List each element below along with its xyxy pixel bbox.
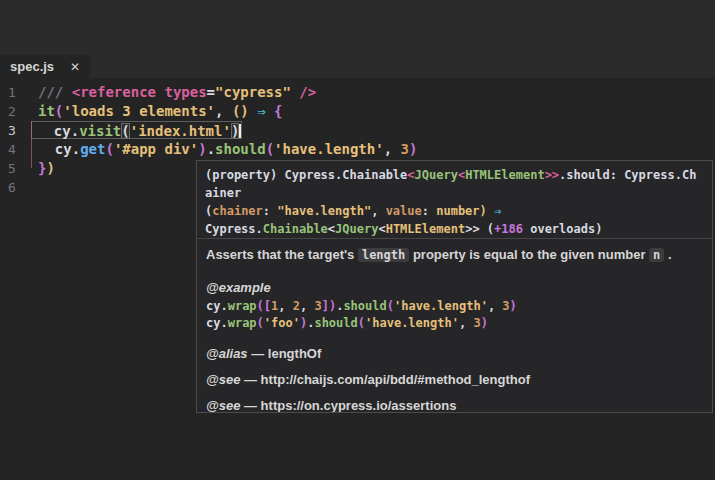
token: cy [55,141,72,157]
token [249,103,257,119]
tooltip-code-line: ainer [205,184,704,202]
token: 3 [502,299,509,313]
token: HTMLElement [386,222,465,236]
token: , [384,141,401,157]
see-dash: — [240,398,260,413]
token: visit [79,123,121,139]
token: [ [264,299,271,313]
see-dash: — [240,372,260,387]
code-line[interactable]: 3 cy.visit('index.html') [0,121,715,140]
token: cy [206,316,220,330]
hover-signature: (property) Cypress.Chainable<JQuery<HTML… [197,161,712,238]
token: length [358,248,409,262]
token: ⇒ [494,204,501,218]
token: n [649,248,664,262]
close-icon[interactable]: ✕ [70,61,80,73]
token: , [300,299,314,313]
token: . [220,316,227,330]
token: cy [54,123,71,139]
token: ainer [205,186,241,200]
see-label: @see [206,372,240,387]
code-line[interactable]: 1/// <reference types="cypress" /> [0,83,715,102]
alias-label: @alias [206,346,248,361]
chaijs-link[interactable]: http://chaijs.com/api/bdd/#method_length… [261,372,530,387]
token: Chainable [263,222,328,236]
line-number: 2 [0,102,38,121]
tab-label: spec.js [10,59,54,74]
token: ) [46,160,54,176]
token: ( [121,123,129,139]
token: () [232,103,249,119]
alias-value: lengthOf [268,346,321,361]
token: get [80,141,105,157]
token: 'index.html' [130,123,231,139]
see-label: @see [206,398,240,413]
tab-spec-js[interactable]: spec.js ✕ [0,55,90,78]
token: property is equal to the given number [409,247,649,262]
token: JQuery [415,168,458,182]
code-line[interactable]: 4 cy.get('#app div').should('have.length… [0,140,715,159]
token: { [274,103,282,119]
token: 'have.length' [365,316,459,330]
token: ] [322,299,329,313]
token: /// [38,84,72,100]
token: wrap [228,316,257,330]
token: . [72,141,80,157]
token: . [664,247,671,262]
token: '#app div' [114,141,198,157]
token: , [371,204,385,218]
example-code-block: cy.wrap([1, 2, 3]).should('have.length',… [206,298,703,332]
token: 'loads 3 elements' [63,103,215,119]
token: number [436,204,479,218]
token: , [278,299,292,313]
token: ) [198,141,206,157]
token [266,103,274,119]
alias-dash: — [248,346,268,361]
tooltip-code-line: (property) Cypress.Chainable<JQuery<HTML… [205,166,704,184]
token: >> [465,222,479,236]
token: should [566,168,609,182]
token: ) [480,204,487,218]
token: < [378,222,385,236]
token: <reference [72,84,156,100]
see-line-chaijs: @see — http://chaijs.com/api/bdd/#method… [206,372,703,387]
token: 2 [293,299,300,313]
tab-bar: spec.js ✕ [0,55,715,78]
token: = [207,84,215,100]
token: , [215,103,232,119]
token: : [422,204,436,218]
token: ) [409,141,417,157]
token: "cypress" [215,84,291,100]
vscode-window: spec.js ✕ 1/// <reference types="cypress… [0,0,715,480]
token: Cypress [284,168,335,182]
token [37,123,54,139]
token: . [220,299,227,313]
token: ( [266,141,274,157]
bracket-pair-guide [31,121,32,168]
token: should [314,316,357,330]
token: ) [481,316,488,330]
tooltip-code-line: Cypress.Chainable<JQuery<HTMLElement>> (… [205,220,704,238]
token: JQuery [335,222,378,236]
code-line[interactable]: 2it('loads 3 elements', () ⇒ { [0,102,715,121]
token: +186 [494,222,523,236]
example-tag: @example [206,280,703,295]
token: 3 [314,299,321,313]
token: . [71,123,79,139]
token: ( [257,299,264,313]
line-number: 6 [0,178,38,197]
tooltip-code-line: cy.wrap([1, 2, 3]).should('have.length',… [206,298,703,315]
cypress-assertions-link[interactable]: https://on.cypress.io/assertions [261,398,457,413]
window-titlebar [0,0,715,55]
line-number: 1 [0,83,38,102]
token: 'foo' [264,316,300,330]
example-label: @example [206,280,271,295]
token: ( [387,299,394,313]
token: cy [206,299,220,313]
token: types [164,84,206,100]
token: wrap [228,299,257,313]
token: >> [545,168,559,182]
token: , [488,299,502,313]
alias-line: @alias — lengthOf [206,346,703,361]
token: ⇒ [257,103,265,119]
